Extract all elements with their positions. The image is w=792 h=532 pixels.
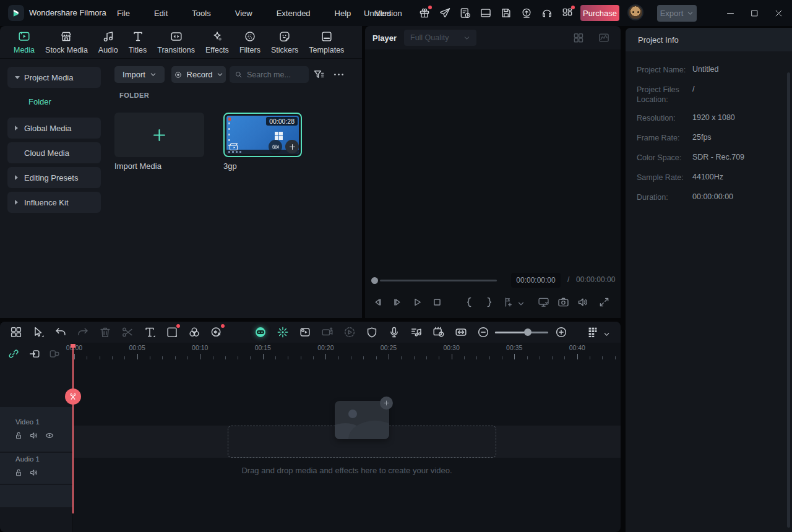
mark-in-icon[interactable] — [463, 296, 476, 309]
filter-icon[interactable] — [312, 68, 325, 81]
playhead[interactable] — [72, 344, 74, 513]
search-input[interactable] — [247, 71, 304, 79]
menu-edit[interactable]: Edit — [150, 6, 171, 20]
layout-grid-icon[interactable] — [9, 325, 23, 339]
gift-icon[interactable] — [418, 7, 431, 19]
multi-view-icon[interactable] — [572, 32, 585, 44]
tab-filters[interactable]: Filters — [239, 30, 260, 54]
ai-audio-icon[interactable] — [210, 325, 223, 339]
tab-audio[interactable]: Audio — [98, 30, 118, 54]
export-list-icon[interactable] — [459, 7, 471, 19]
extract-audio-icon[interactable] — [48, 348, 61, 360]
volume-icon[interactable] — [29, 468, 39, 478]
menu-view[interactable]: View — [231, 6, 256, 20]
clip-camera-button[interactable] — [269, 140, 282, 153]
lock-icon[interactable] — [14, 468, 24, 478]
clip-3gp-tile[interactable]: 00:00:28 — [223, 113, 302, 157]
camera-add-icon[interactable] — [321, 325, 334, 339]
scope-icon[interactable] — [598, 32, 610, 44]
record-dropdown[interactable]: Record — [171, 66, 226, 83]
account-avatar[interactable] — [627, 4, 644, 20]
fullscreen-icon[interactable] — [598, 296, 611, 309]
export-button[interactable]: Export — [657, 5, 697, 22]
add-track-button[interactable] — [35, 519, 44, 528]
menu-extended[interactable]: Extended — [273, 6, 314, 20]
timeline-zoom-thumb[interactable] — [524, 328, 532, 336]
tab-media[interactable]: Media — [14, 30, 35, 54]
play-icon[interactable] — [411, 296, 424, 309]
playhead-handle[interactable] — [71, 344, 75, 348]
headset-icon[interactable] — [541, 7, 553, 19]
close-button[interactable] — [774, 9, 783, 18]
sidebar-item-cloud-media[interactable]: Cloud Media — [7, 142, 101, 163]
sidebar-item-project-media[interactable]: Project Media — [7, 67, 101, 88]
lock-icon[interactable] — [14, 431, 24, 440]
ai-effects-icon[interactable] — [276, 325, 290, 339]
screen-record-icon[interactable] — [298, 325, 312, 339]
cloud-upload-icon[interactable] — [520, 7, 533, 19]
scrollbar[interactable] — [787, 72, 790, 528]
marker-icon[interactable] — [501, 296, 514, 309]
tab-effects[interactable]: Effects — [205, 30, 229, 54]
mark-out-icon[interactable] — [483, 296, 496, 309]
timeline-ruler[interactable]: 00:0000:0500:1000:1500:2000:2500:3000:35… — [73, 344, 621, 361]
scrub-thumb[interactable] — [371, 277, 378, 284]
ripple-edit-icon[interactable] — [454, 325, 468, 339]
pip-icon[interactable] — [165, 325, 179, 339]
zoom-out-icon[interactable] — [476, 325, 490, 339]
track-height-icon[interactable] — [586, 325, 600, 339]
import-dropdown[interactable]: Import — [114, 66, 165, 83]
minimize-button[interactable] — [726, 9, 735, 18]
sidebar-item-global-media[interactable]: Global Media — [7, 118, 101, 139]
tab-titles[interactable]: Titles — [129, 30, 147, 54]
sidebar-item-folder[interactable]: Folder — [28, 97, 51, 106]
quick-split-button[interactable] — [65, 388, 81, 405]
next-frame-icon[interactable] — [391, 296, 404, 309]
maximize-button[interactable] — [750, 9, 759, 18]
zoom-in-icon[interactable] — [554, 325, 568, 339]
send-icon[interactable] — [439, 7, 451, 19]
snapshot-icon[interactable] — [557, 296, 570, 309]
link-icon[interactable] — [7, 348, 20, 360]
voiceover-icon[interactable] — [387, 325, 401, 339]
delete-icon[interactable] — [98, 325, 112, 339]
audio-stretch-icon[interactable] — [410, 325, 423, 339]
menu-file[interactable]: File — [113, 6, 134, 20]
previous-frame-icon[interactable] — [371, 296, 384, 309]
mirror-display-icon[interactable] — [537, 296, 550, 309]
panel-icon[interactable] — [480, 7, 492, 19]
redo-icon[interactable] — [76, 325, 90, 339]
import-media-tile[interactable] — [114, 113, 204, 157]
scrub-track[interactable] — [380, 280, 497, 281]
tab-stickers[interactable]: Stickers — [271, 30, 298, 54]
tab-templates[interactable]: Templates — [309, 30, 344, 54]
circle-play-icon[interactable] — [343, 325, 356, 339]
tab-stock-media[interactable]: Stock Media — [45, 30, 88, 54]
more-options-icon[interactable] — [332, 68, 345, 81]
color-match-icon[interactable] — [187, 325, 201, 339]
menu-tools[interactable]: Tools — [188, 6, 214, 20]
workspace-icon[interactable] — [561, 7, 574, 19]
save-icon[interactable] — [500, 7, 512, 19]
select-tool-icon[interactable] — [32, 325, 45, 339]
track-header-video-1[interactable]: Video 1 — [0, 407, 73, 452]
sidebar-item-influence-kit[interactable]: Influence Kit — [7, 192, 101, 213]
chevron-down-icon[interactable] — [517, 299, 525, 306]
stop-icon[interactable] — [431, 296, 444, 309]
volume-icon[interactable] — [577, 296, 590, 309]
track-header-audio-1[interactable]: Audio 1 — [0, 453, 73, 484]
text-tool-icon[interactable] — [143, 325, 157, 339]
chevron-down-icon[interactable] — [603, 329, 610, 336]
volume-icon[interactable] — [29, 431, 39, 440]
eye-icon[interactable] — [45, 431, 54, 440]
mask-icon[interactable] — [365, 325, 379, 339]
quality-dropdown[interactable]: Full Quality — [404, 30, 476, 46]
insert-clip-icon[interactable] — [28, 348, 41, 360]
purchase-button[interactable]: Purchase — [580, 5, 619, 21]
sidebar-item-editing-presets[interactable]: Editing Presets — [7, 167, 101, 188]
menu-help[interactable]: Help — [331, 6, 355, 20]
clip-add-button[interactable] — [285, 140, 299, 153]
ai-copilot-icon[interactable] — [254, 325, 267, 339]
split-icon[interactable] — [121, 325, 134, 339]
undo-icon[interactable] — [54, 325, 67, 339]
